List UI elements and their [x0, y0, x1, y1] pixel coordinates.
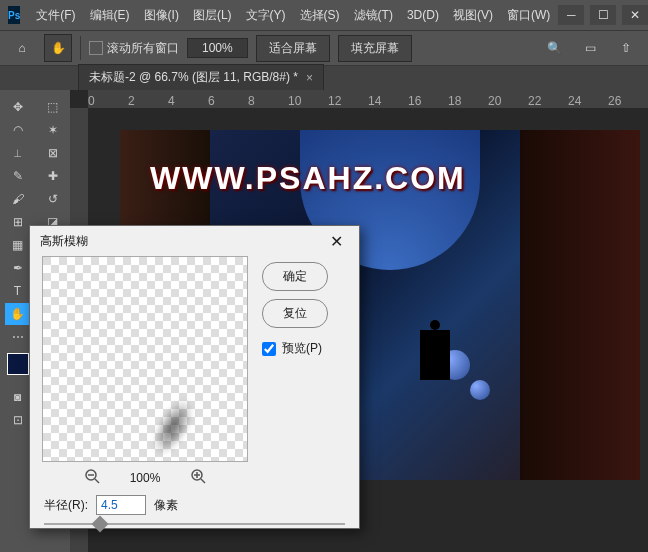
fit-screen-button[interactable]: 适合屏幕: [256, 35, 330, 62]
document-tabs: 未标题-2 @ 66.7% (图层 11, RGB/8#) * ×: [0, 66, 648, 90]
crop-tool[interactable]: ⟂: [5, 142, 31, 164]
workspace-icon[interactable]: ▭: [576, 34, 604, 62]
quick-mask-tool[interactable]: ◙: [5, 386, 31, 408]
marquee-tool[interactable]: ⬚: [40, 96, 66, 118]
canvas-image-detail: [520, 130, 640, 480]
preview-zoom-level: 100%: [130, 471, 161, 485]
title-bar: Ps 文件(F) 编辑(E) 图像(I) 图层(L) 文字(Y) 选择(S) 滤…: [0, 0, 648, 30]
menu-file[interactable]: 文件(F): [30, 3, 81, 28]
type-tool[interactable]: T: [5, 280, 31, 302]
filter-preview[interactable]: [42, 256, 248, 462]
dialog-title: 高斯模糊: [40, 233, 88, 250]
edit-toolbar[interactable]: ⋯: [5, 326, 31, 348]
dialog-close-icon[interactable]: ✕: [324, 230, 349, 253]
menu-layer[interactable]: 图层(L): [187, 3, 238, 28]
menu-window[interactable]: 窗口(W): [501, 3, 556, 28]
radius-label: 半径(R):: [44, 497, 88, 514]
search-icon[interactable]: 🔍: [540, 34, 568, 62]
close-tab-icon[interactable]: ×: [306, 71, 313, 85]
maximize-button[interactable]: ☐: [590, 5, 616, 25]
clone-tool[interactable]: ⊞: [5, 211, 31, 233]
checkbox-icon: [89, 41, 103, 55]
app-logo: Ps: [8, 6, 20, 24]
share-icon[interactable]: ⇧: [612, 34, 640, 62]
preview-checkbox-label: 预览(P): [282, 340, 322, 357]
canvas-image-detail: [420, 330, 450, 380]
menu-filter[interactable]: 滤镜(T): [348, 3, 399, 28]
menu-edit[interactable]: 编辑(E): [84, 3, 136, 28]
menu-3d[interactable]: 3D(D): [401, 4, 445, 26]
menu-image[interactable]: 图像(I): [138, 3, 185, 28]
options-bar: ⌂ ✋ 滚动所有窗口 100% 适合屏幕 填充屏幕 🔍 ▭ ⇧: [0, 30, 648, 66]
brush-tool[interactable]: 🖌: [5, 188, 31, 210]
fill-screen-button[interactable]: 填充屏幕: [338, 35, 412, 62]
horizontal-ruler: 02468101214161820222426: [88, 90, 648, 108]
close-button[interactable]: ✕: [622, 5, 648, 25]
canvas-image-detail: [470, 380, 490, 400]
checkbox-icon[interactable]: [262, 342, 276, 356]
radius-unit-label: 像素: [154, 497, 178, 514]
zoom-level[interactable]: 100%: [187, 38, 248, 58]
hand-tool[interactable]: ✋: [5, 303, 31, 325]
radius-input[interactable]: [96, 495, 146, 515]
preview-content: [145, 394, 201, 461]
gaussian-blur-dialog: 高斯模糊 ✕ 100% 确定 复位 预览(P) 半径(R): 像素: [29, 225, 360, 529]
history-brush-tool[interactable]: ↺: [40, 188, 66, 210]
screen-mode-tool[interactable]: ⊡: [5, 409, 31, 431]
pen-tool[interactable]: ✒: [5, 257, 31, 279]
menu-type[interactable]: 文字(Y): [240, 3, 292, 28]
ok-button[interactable]: 确定: [262, 262, 328, 291]
scroll-all-label: 滚动所有窗口: [107, 40, 179, 57]
gradient-tool[interactable]: ▦: [5, 234, 31, 256]
zoom-out-icon[interactable]: [84, 468, 100, 487]
quick-select-tool[interactable]: ✶: [40, 119, 66, 141]
eyedropper-tool[interactable]: ✎: [5, 165, 31, 187]
home-icon[interactable]: ⌂: [8, 34, 36, 62]
move-tool[interactable]: ✥: [5, 96, 31, 118]
menu-select[interactable]: 选择(S): [294, 3, 346, 28]
document-tab-label: 未标题-2 @ 66.7% (图层 11, RGB/8#) *: [89, 69, 298, 86]
document-tab[interactable]: 未标题-2 @ 66.7% (图层 11, RGB/8#) * ×: [78, 64, 324, 90]
svg-line-1: [95, 479, 99, 483]
preview-checkbox[interactable]: 预览(P): [262, 340, 328, 357]
hand-tool-icon[interactable]: ✋: [44, 34, 72, 62]
watermark-text: WWW.PSAHZ.COM: [150, 160, 466, 197]
minimize-button[interactable]: ─: [558, 5, 584, 25]
scroll-all-checkbox[interactable]: 滚动所有窗口: [89, 40, 179, 57]
reset-button[interactable]: 复位: [262, 299, 328, 328]
foreground-color[interactable]: [7, 353, 29, 375]
lasso-tool[interactable]: ◠: [5, 119, 31, 141]
frame-tool[interactable]: ⊠: [40, 142, 66, 164]
healing-tool[interactable]: ✚: [40, 165, 66, 187]
svg-line-4: [201, 479, 205, 483]
zoom-in-icon[interactable]: [190, 468, 206, 487]
radius-slider[interactable]: [44, 523, 345, 525]
menu-view[interactable]: 视图(V): [447, 3, 499, 28]
